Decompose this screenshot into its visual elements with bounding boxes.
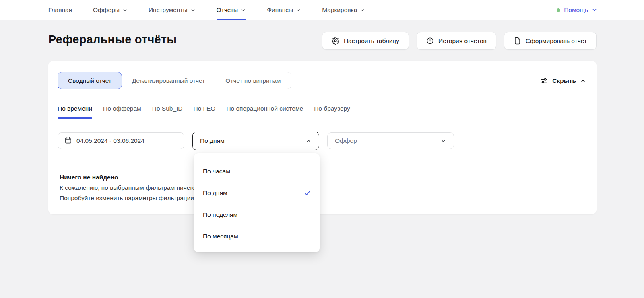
nav-item-label: Финансы — [267, 6, 293, 14]
hide-filters-button[interactable]: Скрыть — [540, 74, 586, 88]
dim-tab-label: По Sub_ID — [152, 105, 183, 112]
grouping-value: По дням — [200, 137, 225, 144]
nav-item-main[interactable]: Главная — [48, 0, 72, 20]
date-range-input[interactable]: 04.05.2024 - 03.06.2024 — [58, 132, 184, 149]
offer-select[interactable]: Оффер — [327, 132, 454, 149]
active-tab-underline — [217, 19, 246, 20]
chevron-down-icon — [241, 8, 246, 13]
nav-item-reports[interactable]: Отчеты — [217, 0, 246, 20]
nav-item-finance[interactable]: Финансы — [267, 0, 301, 20]
dim-tab-by-geo[interactable]: По ГЕО — [194, 105, 216, 119]
grouping-dropdown-menu: По часам По дням По неделям По месяцам — [194, 153, 320, 252]
chevron-down-icon — [440, 138, 446, 144]
option-by-days[interactable]: По дням — [194, 182, 320, 204]
tab-label: Детализированный отчет — [132, 77, 205, 84]
hide-filters-label: Скрыть — [552, 77, 576, 84]
top-navigation: Главная Офферы Инструменты Отчеты Финанс… — [0, 0, 644, 20]
dim-tab-by-browser[interactable]: По браузеру — [314, 105, 350, 119]
nav-item-tools[interactable]: Инструменты — [149, 0, 196, 20]
help-label: Помощь — [564, 6, 588, 14]
option-label: По неделям — [203, 211, 237, 218]
report-history-label: История отчетов — [438, 37, 487, 45]
nav-items: Главная Офферы Инструменты Отчеты Финанс… — [48, 0, 365, 20]
option-by-hours[interactable]: По часам — [194, 160, 320, 182]
tab-showcase-report[interactable]: Отчет по витринам — [215, 72, 291, 89]
tab-detailed-report[interactable]: Детализированный отчет — [122, 72, 215, 89]
option-label: По дням — [203, 189, 227, 197]
page: Главная Офферы Инструменты Отчеты Финанс… — [0, 0, 644, 298]
nav-item-offers[interactable]: Офферы — [93, 0, 128, 20]
check-icon — [304, 190, 311, 197]
gear-icon — [332, 37, 339, 45]
chevron-up-icon — [580, 78, 586, 84]
document-icon — [514, 37, 521, 45]
sliders-icon — [540, 77, 548, 85]
chevron-up-icon — [305, 138, 312, 144]
configure-table-label: Настроить таблицу — [344, 37, 399, 45]
report-card: Сводный отчет Детализированный отчет Отч… — [48, 61, 597, 214]
chevron-down-icon — [592, 7, 597, 13]
dim-tab-by-os[interactable]: По операционной системе — [226, 105, 303, 119]
dim-tab-by-subid[interactable]: По Sub_ID — [152, 105, 183, 119]
tab-summary-report[interactable]: Сводный отчет — [58, 72, 122, 89]
nav-item-label: Инструменты — [149, 6, 188, 14]
dim-tab-label: По операционной системе — [226, 105, 303, 112]
option-by-months[interactable]: По месяцам — [194, 226, 320, 247]
date-range-value: 04.05.2024 - 03.06.2024 — [76, 137, 144, 144]
tab-label: Отчет по витринам — [225, 77, 281, 84]
option-label: По месяцам — [203, 233, 238, 240]
dim-tab-label: По браузеру — [314, 105, 350, 112]
clock-icon — [426, 37, 434, 45]
grouping-select[interactable]: По дням — [192, 132, 319, 150]
calendar-icon — [64, 136, 72, 146]
header-actions: Настроить таблицу История отчетов Сформи… — [322, 32, 597, 50]
filter-row: 04.05.2024 - 03.06.2024 По дням Оффер — [58, 132, 454, 150]
divider — [48, 119, 597, 119]
report-type-tabs: Сводный отчет Детализированный отчет Отч… — [58, 72, 291, 89]
generate-report-label: Сформировать отчет — [526, 37, 587, 45]
nav-item-label: Главная — [48, 6, 72, 14]
nav-item-label: Офферы — [93, 6, 120, 14]
nav-item-labeling[interactable]: Маркировка — [322, 0, 365, 20]
report-history-button[interactable]: История отчетов — [417, 32, 496, 50]
chevron-down-icon — [360, 8, 365, 13]
option-by-weeks[interactable]: По неделям — [194, 204, 320, 226]
offer-placeholder: Оффер — [335, 137, 357, 144]
generate-report-button[interactable]: Сформировать отчет — [504, 32, 597, 50]
chevron-down-icon — [296, 8, 301, 13]
nav-item-label: Маркировка — [322, 6, 357, 14]
nav-item-label: Отчеты — [217, 6, 238, 14]
option-label: По часам — [203, 168, 230, 175]
divider — [48, 162, 597, 162]
dim-tab-label: По офферам — [103, 105, 141, 112]
page-title: Реферальные отчёты — [48, 33, 177, 46]
help-menu[interactable]: Помощь — [557, 0, 597, 20]
dim-tab-label: По ГЕО — [194, 105, 216, 112]
configure-table-button[interactable]: Настроить таблицу — [322, 32, 409, 50]
status-dot — [557, 8, 560, 12]
tab-label: Сводный отчет — [68, 77, 111, 84]
chevron-down-icon — [190, 8, 196, 13]
dimension-tabs: По времени По офферам По Sub_ID По ГЕО П… — [58, 105, 350, 119]
chevron-down-icon — [122, 8, 128, 13]
dim-tab-by-time[interactable]: По времени — [58, 105, 92, 119]
dim-tab-by-offers[interactable]: По офферам — [103, 105, 141, 119]
dim-tab-label: По времени — [58, 105, 92, 112]
